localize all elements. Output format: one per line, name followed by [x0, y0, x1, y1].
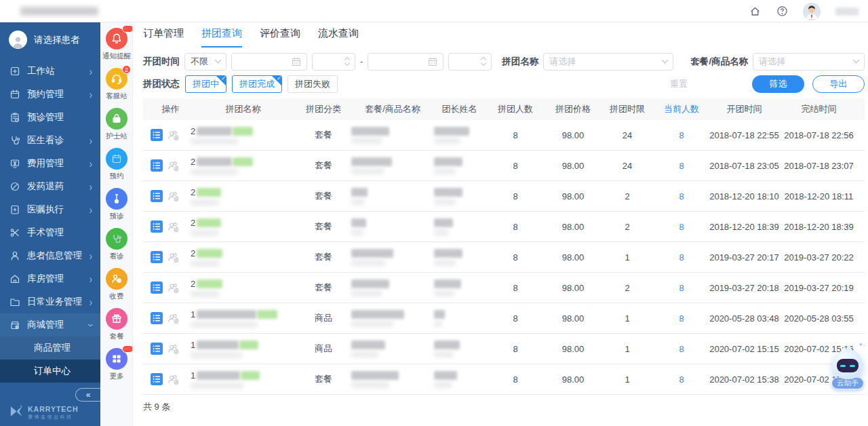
current-count-link[interactable]: 8	[654, 222, 709, 232]
disband-group-icon[interactable]	[167, 220, 180, 233]
quickbar-item-service-station[interactable]: 2 客服站	[100, 68, 133, 101]
current-count-link[interactable]: 8	[654, 344, 709, 354]
filter-button[interactable]: 筛选	[752, 75, 804, 93]
sidebar: 请选择患者 工作站 › 预约管理 › 预诊管理 医生看诊 › 费用管理 › 发药…	[0, 22, 100, 426]
scissors-icon	[9, 227, 20, 238]
sidebar-subitem-order-center[interactable]: 订单中心	[0, 360, 100, 383]
status-option-0[interactable]: 拼团中 ✓	[185, 75, 226, 93]
product-name-redacted	[351, 279, 389, 296]
help-icon[interactable]	[776, 5, 788, 18]
column-header: 开团时间	[709, 103, 780, 115]
table-row: 2 套餐 8 98.00 24 8 2018-07-18 22:55 2018-…	[143, 120, 865, 151]
disband-group-icon[interactable]	[167, 282, 180, 294]
disband-group-icon[interactable]	[167, 159, 180, 172]
disband-group-icon[interactable]	[167, 129, 180, 141]
chevron-right-icon: ›	[90, 273, 92, 285]
quickbar-item-nurse-station[interactable]: 护士站	[100, 108, 133, 141]
current-count-link[interactable]: 8	[654, 252, 709, 263]
product-name-select[interactable]: 请选择	[753, 53, 865, 71]
sidebar-menu: 工作站 › 预约管理 › 预诊管理 医生看诊 › 费用管理 › 发药退药 › 医…	[0, 60, 100, 383]
disband-group-icon[interactable]	[167, 190, 180, 202]
open-time: 2020-07-02 15:15	[709, 344, 780, 354]
end-date-input[interactable]	[368, 53, 443, 71]
current-count-link[interactable]: 8	[654, 313, 709, 324]
sidebar-item-daily-business-mgmt[interactable]: 日常业务管理 ›	[0, 290, 100, 313]
group-category: 套餐	[296, 159, 351, 172]
user-avatar[interactable]	[803, 3, 821, 20]
sidebar-item-appointment-mgmt[interactable]: 预约管理 ›	[0, 83, 100, 106]
tab-3[interactable]: 流水查询	[318, 27, 359, 47]
tab-2[interactable]: 评价查询	[260, 27, 300, 47]
group-name-select[interactable]: 请选择	[543, 53, 673, 71]
group-detail-icon[interactable]	[151, 251, 163, 263]
clipboard-icon	[9, 112, 20, 123]
sidebar-item-doctor-visit[interactable]: 医生看诊 ›	[0, 129, 100, 152]
group-name-label: 拼团名称	[502, 56, 538, 68]
group-detail-icon[interactable]	[151, 343, 163, 355]
quickbar-item-charge[interactable]: 收费	[100, 268, 133, 301]
leader-name-redacted	[434, 341, 460, 357]
sidebar-item-warehouse-mgmt[interactable]: 库房管理 ›	[0, 267, 100, 290]
sidebar-item-pharmacy[interactable]: 发药退药 ›	[0, 175, 100, 198]
end-time-input[interactable]	[448, 53, 492, 71]
group-detail-icon[interactable]	[151, 129, 163, 141]
sidebar-item-pre-diagnosis-mgmt[interactable]: 预诊管理	[0, 106, 100, 129]
robot-icon: ✦˖	[833, 349, 863, 379]
open-time-label: 开团时间	[143, 56, 180, 68]
home-icon[interactable]	[749, 5, 761, 18]
person-icon	[9, 250, 20, 261]
grid-icon: ···	[106, 348, 127, 370]
group-detail-icon[interactable]	[151, 312, 163, 324]
start-date-input[interactable]	[231, 53, 307, 71]
brand-name: KARRYTECH	[28, 405, 79, 413]
current-count-link[interactable]: 8	[654, 161, 709, 171]
group-detail-icon[interactable]	[151, 220, 163, 233]
group-detail-icon[interactable]	[151, 373, 163, 385]
disband-group-icon[interactable]	[167, 251, 180, 263]
time-preset-select[interactable]: 不限	[184, 53, 226, 71]
quickbar-item-visit[interactable]: 看诊	[100, 228, 133, 261]
quickbar-item-more[interactable]: ··· 更多	[100, 348, 133, 381]
sidebar-subitem-product-mgmt[interactable]: 商品管理	[0, 336, 100, 360]
group-size: 8	[485, 344, 546, 354]
group-detail-icon[interactable]	[151, 282, 163, 294]
quickbar-item-notifications[interactable]: ··· 通知提醒	[100, 28, 133, 61]
disband-group-icon[interactable]	[167, 312, 180, 324]
group-size: 8	[485, 252, 546, 263]
chevron-right-icon: ›	[90, 157, 92, 170]
group-category: 套餐	[296, 251, 351, 263]
open-time: 2018-07-18 22:55	[709, 130, 780, 140]
cloud-assistant-widget[interactable]: ✦˖ 云助手	[830, 349, 865, 389]
status-option-1[interactable]: 拼团完成 ✓	[232, 75, 282, 93]
current-count-link[interactable]: 8	[654, 130, 709, 140]
status-option-2[interactable]: 拼团失败	[288, 75, 338, 93]
current-count-link[interactable]: 8	[654, 283, 709, 293]
sidebar-item-order-execution[interactable]: 医嘱执行 ›	[0, 198, 100, 221]
start-time-input[interactable]	[312, 53, 355, 71]
export-button[interactable]: 导出	[812, 75, 865, 93]
quickbar-item-appointment[interactable]: 预约	[100, 148, 133, 181]
quickbar-item-pre-diagnosis[interactable]: 预诊	[100, 188, 133, 221]
quickbar-item-package[interactable]: 套餐	[100, 308, 133, 341]
sidebar-item-mall-mgmt[interactable]: 商城管理 ›	[0, 313, 100, 336]
current-count-link[interactable]: 8	[654, 374, 709, 385]
disband-group-icon[interactable]	[167, 343, 180, 355]
sidebar-item-patient-info-mgmt[interactable]: 患者信息管理 ›	[0, 244, 100, 267]
status-label: 拼团状态	[143, 78, 180, 90]
reset-button[interactable]: 重置	[670, 78, 688, 90]
sidebar-item-workstation[interactable]: 工作站 ›	[0, 60, 100, 83]
sidebar-collapse-button[interactable]: «	[75, 388, 100, 402]
group-detail-icon[interactable]	[151, 190, 163, 202]
tab-1[interactable]: 拼团查询	[201, 27, 242, 47]
patient-selector[interactable]: 请选择患者	[0, 22, 100, 56]
tab-0[interactable]: 订单管理	[143, 27, 184, 47]
open-time: 2019-03-27 20:18	[709, 283, 780, 293]
disband-group-icon[interactable]	[167, 373, 180, 385]
brand-subtitle: 康博嘉信息科技	[28, 414, 79, 421]
sidebar-item-surgery-mgmt[interactable]: 手术管理	[0, 221, 100, 244]
column-header: 团长姓名	[434, 103, 485, 115]
time-limit: 24	[600, 130, 654, 140]
sidebar-item-fee-mgmt[interactable]: 费用管理 ›	[0, 152, 100, 175]
group-detail-icon[interactable]	[151, 159, 163, 172]
current-count-link[interactable]: 8	[654, 191, 709, 201]
